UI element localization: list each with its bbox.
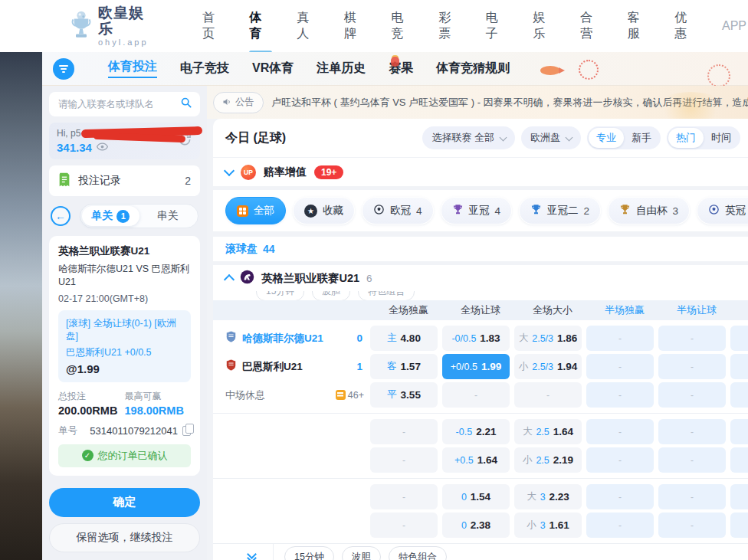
category-pill-欧冠[interactable]: 欧冠4: [362, 197, 434, 224]
live-betting-row[interactable]: 滚球盘 44: [213, 237, 748, 261]
odds-cell[interactable]: -: [658, 419, 726, 444]
topnav-item-优惠[interactable]: 优惠: [673, 0, 699, 59]
odds-cell[interactable]: -: [586, 419, 654, 444]
copy-icon[interactable]: [182, 426, 191, 436]
search-icon[interactable]: [180, 97, 192, 112]
topnav-item-APP[interactable]: APP: [720, 2, 748, 50]
odds-cell[interactable]: 小31.61: [514, 513, 582, 538]
search-input[interactable]: [57, 98, 176, 110]
category-pill-自由杯[interactable]: 自由杯3: [608, 197, 690, 224]
topnav-item-娱乐[interactable]: 娱乐: [531, 0, 557, 59]
subnav-item-体育投注[interactable]: 体育投注: [108, 59, 157, 78]
site-logo[interactable]: 欧皇娱乐 ohyl.app: [71, 5, 156, 47]
odds-cell[interactable]: 小2.52.19: [514, 447, 582, 473]
topnav-item-棋牌[interactable]: 棋牌: [343, 0, 369, 59]
background-photo-strip: [0, 52, 42, 560]
category-pill-亚冠二[interactable]: 亚冠二2: [519, 197, 601, 224]
topnav-item-体育[interactable]: 体育: [248, 0, 274, 59]
subnav-item-电子竞技[interactable]: 电子竞技: [180, 61, 229, 77]
mode-novice[interactable]: 新手: [624, 128, 659, 148]
odds-cell[interactable]: -: [730, 513, 748, 538]
announcement-pill[interactable]: 公告: [213, 92, 264, 113]
tab-single-bet[interactable]: 单关 1: [82, 206, 139, 226]
odds-cell[interactable]: -: [370, 419, 438, 444]
back-arrow-icon[interactable]: ←: [51, 206, 71, 226]
odds-cell[interactable]: -: [730, 326, 748, 351]
odds-cell[interactable]: -: [658, 326, 726, 351]
odds-cell[interactable]: -: [586, 354, 654, 379]
topnav-item-电子[interactable]: 电子: [484, 0, 510, 59]
odds-row: 哈德斯菲尔德U210主4.80-0/0.51.83大2.5/31.86---: [213, 324, 748, 352]
bet-record-row[interactable]: 投注记录 2: [49, 165, 200, 196]
odds-cell[interactable]: -: [658, 484, 726, 509]
odds-cell[interactable]: -: [370, 513, 438, 538]
topnav-item-彩票[interactable]: 彩票: [437, 0, 463, 59]
tab-parlay-bet[interactable]: 串关: [139, 206, 197, 226]
market-pill-特色组合[interactable]: 特色组合: [389, 546, 447, 560]
odds-cell[interactable]: -: [586, 447, 654, 473]
odds-cell[interactable]: -: [658, 447, 726, 473]
filter-icon[interactable]: [53, 58, 74, 80]
odds-cell[interactable]: -: [586, 382, 654, 408]
odds-cell[interactable]: -: [730, 382, 748, 408]
topnav-item-真人[interactable]: 真人: [295, 0, 321, 59]
subnav-item-体育竞猜规则[interactable]: 体育竞猜规则: [436, 61, 510, 77]
odds-cell[interactable]: -: [730, 419, 748, 444]
category-pill-亚冠[interactable]: 亚冠4: [441, 197, 513, 224]
odds-cell[interactable]: 小2.5/31.94: [514, 354, 582, 379]
market-pill-波胆[interactable]: 波胆: [342, 546, 381, 560]
subnav-item-赛果[interactable]: 赛果: [389, 61, 413, 77]
odds-cell[interactable]: -: [586, 513, 654, 538]
odds-cell[interactable]: -: [442, 382, 510, 408]
keep-selection-button[interactable]: 保留选项，继续投注: [49, 523, 200, 552]
odds-cell[interactable]: -: [658, 513, 726, 538]
odds-cell[interactable]: 主4.80: [370, 326, 438, 351]
odds-cell[interactable]: -: [730, 484, 748, 509]
odds-cell[interactable]: -: [586, 326, 654, 351]
odds-cell[interactable]: -: [730, 354, 748, 379]
odds-cell[interactable]: -: [658, 354, 726, 379]
sort-time[interactable]: 时间: [704, 128, 739, 148]
topnav-item-电竞[interactable]: 电竞: [390, 0, 416, 59]
subnav-item-注单历史[interactable]: 注单历史: [317, 61, 366, 77]
odds-cell[interactable]: -0/0.51.83: [442, 326, 510, 351]
eye-icon[interactable]: [97, 140, 108, 154]
max-win-value: 198.00RMB: [125, 404, 192, 417]
expand-more-icon[interactable]: [236, 553, 267, 560]
league-section-header[interactable]: 英格兰职业联赛U21 6: [213, 265, 748, 291]
row-info: 中场休息46+: [213, 388, 370, 402]
odds-cell[interactable]: 大2.51.64: [514, 419, 582, 444]
subnav-item-VR体育[interactable]: VR体育: [252, 61, 294, 77]
market-type-dropdown[interactable]: 欧洲盘: [521, 126, 581, 149]
topnav-item-首页[interactable]: 首页: [201, 0, 227, 59]
odds-cell[interactable]: 大32.23: [514, 484, 582, 509]
odds-boost-row[interactable]: UP 赔率增值 19+: [213, 157, 748, 186]
odds-cell[interactable]: -: [370, 447, 438, 473]
topnav-item-合营[interactable]: 合营: [579, 0, 605, 59]
sort-hot[interactable]: 热门: [668, 128, 704, 148]
odds-cell[interactable]: +0.51.64: [442, 447, 510, 473]
league-select-dropdown[interactable]: 选择联赛 全部: [422, 126, 515, 149]
category-pill-全部[interactable]: 全部: [225, 197, 286, 224]
odds-cell[interactable]: 02.38: [442, 513, 510, 538]
market-pill-15分钟[interactable]: 15分钟: [284, 546, 334, 560]
league-search-box[interactable]: [49, 92, 200, 116]
odds-cell[interactable]: -0.52.21: [442, 419, 510, 444]
category-pill-英冠[interactable]: 英冠2: [697, 197, 748, 224]
odds-cell[interactable]: 客1.57: [370, 354, 438, 379]
odds-cell[interactable]: -: [586, 484, 654, 509]
odds-cell[interactable]: 平3.55: [370, 382, 438, 408]
odds-cell[interactable]: 01.54: [442, 484, 510, 509]
odds-cell[interactable]: -: [658, 382, 726, 408]
category-pill-收藏[interactable]: ★收藏: [293, 197, 355, 224]
odds-cell[interactable]: -: [370, 484, 438, 509]
match-stats[interactable]: 46+: [336, 390, 364, 401]
odds-cell[interactable]: -: [514, 382, 582, 408]
odds-cell[interactable]: -: [730, 447, 748, 473]
topnav-items: 首页体育真人棋牌电竞彩票电子娱乐合营客服优惠APP: [201, 0, 748, 59]
odds-cell[interactable]: 大2.5/31.86: [514, 326, 582, 351]
topnav-item-客服[interactable]: 客服: [626, 0, 652, 59]
odds-cell[interactable]: +0/0.51.99: [442, 354, 510, 379]
confirm-button[interactable]: 确定: [49, 488, 200, 517]
mode-pro[interactable]: 专业: [589, 128, 624, 148]
